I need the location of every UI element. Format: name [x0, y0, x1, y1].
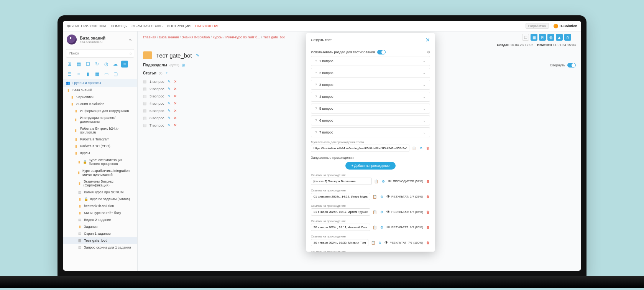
tool-folder-add-icon[interactable]: ⊞: [66, 61, 73, 68]
view-card-icon[interactable]: ▭: [103, 71, 110, 77]
action-grid-icon[interactable]: ▦: [531, 34, 537, 41]
tree-item[interactable]: ▤Запрос скрина для 1 задания: [63, 244, 137, 251]
breadcrumb-item[interactable]: Мини-курс по гейт б...: [225, 35, 260, 39]
collapse-icon[interactable]: «: [127, 37, 133, 42]
copy-icon[interactable]: 📋: [373, 210, 377, 214]
article-title[interactable]: 2 вопрос: [150, 87, 164, 91]
tree-item[interactable]: ▮Курсы: [63, 150, 137, 157]
view-list2-icon[interactable]: ≡: [75, 71, 82, 77]
delete-icon[interactable]: ✕: [174, 101, 177, 105]
copy-icon[interactable]: 📋: [371, 241, 375, 245]
delete-icon[interactable]: 🗑: [426, 226, 430, 229]
delete-icon[interactable]: 🗑: [426, 241, 430, 245]
settings-icon[interactable]: ⚙: [378, 241, 382, 245]
view-chart-icon[interactable]: ▮: [84, 71, 91, 77]
edit-icon[interactable]: ✎: [168, 101, 171, 105]
delete-icon[interactable]: ✕: [174, 79, 177, 84]
add-folder-icon[interactable]: ⊞: [182, 63, 185, 67]
settings-icon[interactable]: ⚙: [381, 180, 386, 183]
delete-icon[interactable]: 🗑: [426, 147, 430, 150]
delete-icon[interactable]: ✕: [174, 123, 177, 127]
delete-icon[interactable]: ✕: [174, 116, 177, 120]
menu-feedback[interactable]: ОБРАТНАЯ СВЯЗЬ: [131, 24, 163, 28]
breadcrumb-item[interactable]: Знания It-Solution: [182, 35, 210, 39]
copy-icon[interactable]: 📋: [373, 195, 377, 199]
action-link-icon[interactable]: ⎘: [539, 34, 546, 41]
tree-item[interactable]: ▮bestrank+it-solution: [63, 203, 137, 209]
close-icon[interactable]: ✕: [426, 37, 430, 43]
view-list-icon[interactable]: ☰: [66, 71, 73, 77]
tool-bookmark-icon[interactable]: ☐: [84, 61, 91, 68]
copy-icon[interactable]: 📋: [374, 180, 379, 183]
article-title[interactable]: 5 вопрос: [150, 109, 164, 113]
tree-item[interactable]: ▮Мини-курс по гейт боту: [63, 209, 137, 216]
tool-filter-icon[interactable]: ≡: [121, 61, 128, 68]
edit-icon[interactable]: ✎: [168, 116, 171, 120]
delete-icon[interactable]: 🗑: [426, 180, 430, 183]
question-item[interactable]: ?7 вопрос⌄: [311, 127, 430, 137]
tool-doc-icon[interactable]: ▤: [75, 61, 82, 68]
tree-item[interactable]: ▮🔒 Курс по задачам (Алина): [63, 196, 137, 203]
search-icon[interactable]: ⌕: [130, 51, 132, 55]
delete-icon[interactable]: 🗑: [426, 210, 430, 214]
tree-item[interactable]: ▮Экзамены Битрикс (Сертификация): [63, 178, 137, 189]
tool-history-icon[interactable]: ↻: [94, 61, 100, 68]
add-article-icon[interactable]: ＋: [165, 70, 169, 76]
groups-projects[interactable]: 👥 Группы и проекты: [63, 79, 137, 87]
menu-other-apps[interactable]: ДРУГИЕ ПРИЛОЖЕНИЯ: [67, 24, 106, 28]
edit-icon[interactable]: ✎: [168, 94, 171, 98]
tree-item[interactable]: ▮База знаний: [63, 87, 137, 94]
tree-item[interactable]: ▮🔒 Курс: Автоматизация бизнес-процессов: [63, 157, 137, 167]
article-title[interactable]: 1 вопрос: [150, 79, 164, 84]
question-item[interactable]: ?1 вопрос⌄: [311, 56, 430, 66]
tree-item[interactable]: ▤Тест gate_bot: [63, 237, 137, 244]
tree-item[interactable]: ▮Информация для сотрудников: [63, 107, 137, 114]
delete-icon[interactable]: ✕: [174, 94, 177, 98]
copy-icon[interactable]: 📋: [412, 147, 416, 150]
tree-item[interactable]: ▮Работа в 1C (УПО): [63, 143, 137, 150]
article-title[interactable]: 4 вопрос: [150, 101, 164, 105]
delete-icon[interactable]: ✕: [174, 87, 177, 91]
brand-logo[interactable]: IT-Solution: [554, 24, 578, 28]
question-item[interactable]: ?6 вопрос⌄: [311, 115, 430, 125]
tree-item[interactable]: ▮Работа в Telegram: [63, 136, 137, 143]
edit-icon[interactable]: ✎: [168, 87, 171, 91]
breadcrumb-item[interactable]: База знаний: [159, 35, 179, 39]
use-section-toggle[interactable]: [377, 50, 386, 54]
action-bookmark-icon[interactable]: ☐: [522, 34, 529, 41]
delete-icon[interactable]: 🗑: [426, 195, 430, 199]
add-pass-button[interactable]: + Добавить прохождение: [345, 162, 396, 170]
edit-icon[interactable]: ✎: [168, 123, 171, 127]
question-item[interactable]: ?4 вопрос⌄: [311, 92, 430, 102]
tree-item[interactable]: ▤Видео 2 задание: [63, 216, 137, 223]
collapse-toggle[interactable]: [567, 63, 576, 68]
action-user-icon[interactable]: ▲: [556, 34, 563, 41]
edit-icon[interactable]: ✎: [168, 109, 171, 113]
edit-icon[interactable]: ✎: [168, 79, 171, 84]
view-grid-icon[interactable]: ▢: [112, 71, 119, 77]
pass-input[interactable]: [311, 224, 370, 231]
pass-input[interactable]: [311, 208, 370, 216]
menu-instructions[interactable]: ИНСТРУКЦИИ: [167, 24, 191, 28]
tool-clock-icon[interactable]: ◷: [103, 61, 110, 68]
menu-help[interactable]: ПОМОЩЬ: [111, 24, 127, 28]
search-input[interactable]: [66, 49, 134, 58]
view-table-icon[interactable]: ▦: [94, 71, 100, 77]
breadcrumb-item[interactable]: Главная: [143, 35, 156, 39]
article-title[interactable]: 7 вопрос: [150, 123, 164, 127]
tree-item[interactable]: ▮Черновики: [63, 94, 137, 101]
action-globe-icon[interactable]: ◍: [547, 34, 554, 41]
settings-icon[interactable]: ⚙: [419, 147, 423, 150]
tree-item[interactable]: ▮Инструкции по ролям/должностям: [63, 114, 137, 125]
copy-icon[interactable]: 📋: [373, 226, 377, 229]
pass-input[interactable]: [311, 193, 370, 200]
article-title[interactable]: 3 вопрос: [150, 94, 164, 98]
settings-icon[interactable]: ⚙: [380, 195, 384, 199]
gear-icon[interactable]: ⚙: [427, 50, 430, 54]
tree-item[interactable]: ▮Работа в Битрикс b24.it-solution.ru: [63, 125, 137, 136]
tree-item[interactable]: ▤Копия курса про SCRUM: [63, 189, 137, 196]
question-item[interactable]: ?3 вопрос⌄: [311, 80, 430, 90]
menu-discussion[interactable]: ОБСУЖДЕНИЕ: [195, 24, 220, 28]
tree-item[interactable]: ▤Скрин 1 задание: [63, 230, 137, 237]
tree-item[interactable]: ▮Задания: [63, 223, 137, 230]
